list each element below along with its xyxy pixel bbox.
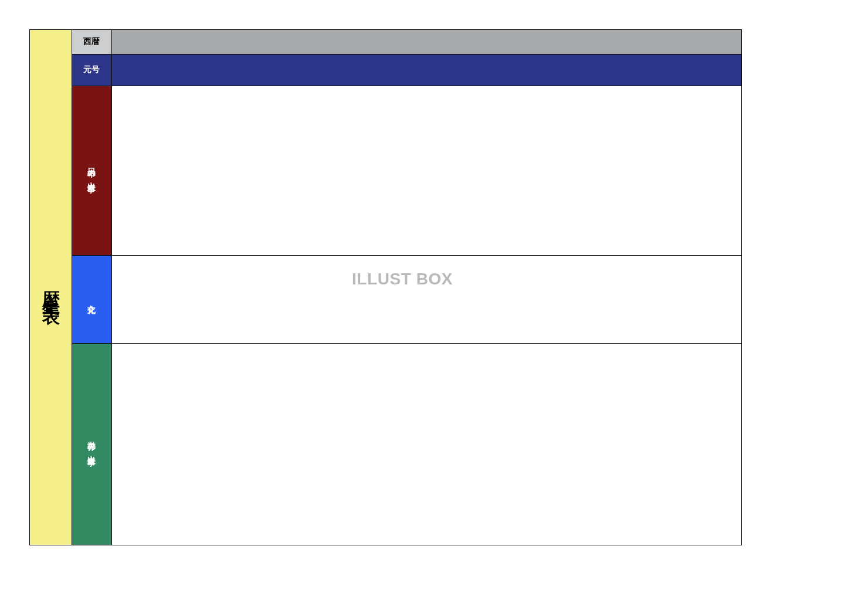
content-bunka: [112, 256, 741, 343]
header-sekai: 世界の出来事: [72, 344, 112, 545]
timeline-table: 歴史年表 西暦 元号 日本の出来事 文化: [29, 29, 742, 545]
row-gengo: 元号: [72, 55, 741, 86]
rows-container: 西暦 元号 日本の出来事 文化 世界の出来事: [72, 30, 741, 545]
title-column: 歴史年表: [30, 30, 72, 545]
row-nihon: 日本の出来事: [72, 86, 741, 256]
header-nihon-label: 日本の出来事: [87, 161, 97, 181]
main-title: 歴史年表: [39, 277, 63, 298]
content-sekai: [112, 344, 741, 545]
content-gengo: [112, 55, 741, 86]
header-gengo-label: 元号: [83, 65, 100, 75]
header-gengo: 元号: [72, 55, 112, 86]
row-seireki: 西暦: [72, 30, 741, 55]
header-seireki: 西暦: [72, 30, 112, 54]
content-nihon: [112, 86, 741, 255]
header-seireki-label: 西暦: [83, 36, 100, 47]
header-sekai-label: 世界の出来事: [87, 435, 97, 454]
row-sekai: 世界の出来事: [72, 344, 741, 545]
row-bunka: 文化: [72, 256, 741, 344]
header-bunka: 文化: [72, 256, 112, 343]
content-seireki: [112, 30, 741, 54]
header-bunka-label: 文化: [87, 298, 97, 301]
header-nihon: 日本の出来事: [72, 86, 112, 255]
